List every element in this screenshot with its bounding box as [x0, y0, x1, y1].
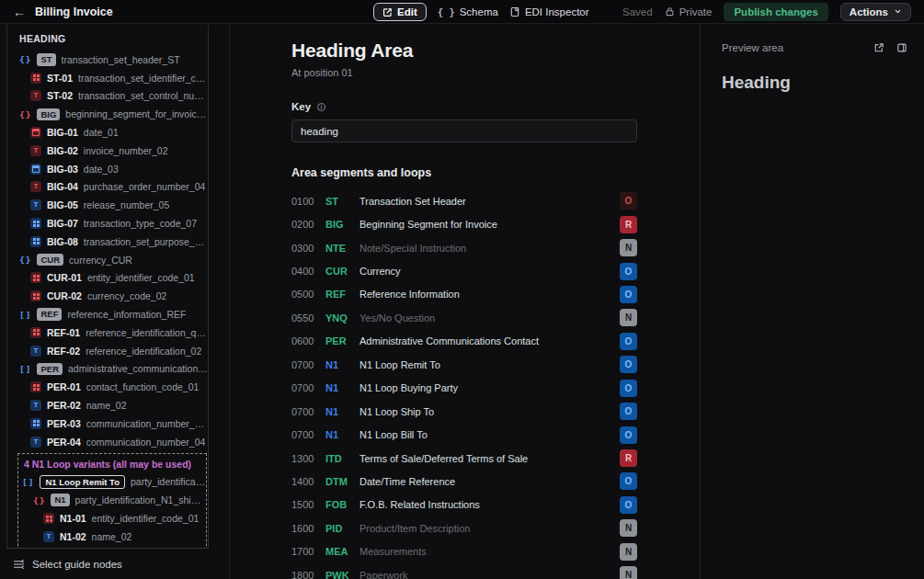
tree-node-ref-01[interactable]: REF-01reference_identification_qualifier…	[7, 324, 208, 342]
usage-badge[interactable]: O	[620, 380, 637, 397]
braces-icon: {}	[19, 109, 31, 119]
tree-node-ref-02[interactable]: TREF-02reference_identification_02	[7, 342, 208, 360]
usage-badge[interactable]: R	[620, 449, 637, 467]
tree-node-st[interactable]: {}STtransaction_set_header_ST	[7, 51, 208, 69]
node-label: transaction_set_identifier_code_01	[78, 73, 208, 84]
sidebar-footer[interactable]: Select guide nodes	[0, 549, 229, 579]
segment-row-0100-st[interactable]: 0100STTransaction Set HeaderO	[291, 189, 637, 212]
segment-row-0400-cur[interactable]: 0400CURCurrencyO	[291, 259, 637, 282]
segment-row-1500-fob[interactable]: 1500FOBF.O.B. Related InstructionsO	[291, 494, 637, 517]
tab-edi-inspector[interactable]: EDI Inspector	[509, 6, 589, 17]
tree-node-n1[interactable]: {}N1party_identification_N1_ship_to	[18, 491, 206, 509]
usage-badge[interactable]: O	[620, 333, 637, 350]
node-code: PER-02	[47, 400, 81, 411]
usage-badge[interactable]: O	[620, 426, 637, 444]
tree-node-ref[interactable]: []REFreference_information_REF	[7, 305, 208, 324]
page-title: Billing Invoice	[35, 6, 113, 18]
usage-badge[interactable]: O	[620, 286, 637, 303]
usage-badge[interactable]: N	[620, 309, 637, 326]
tree-node-st-01[interactable]: ST-01transaction_set_identifier_code_01	[7, 69, 208, 87]
segment-code: PER	[325, 335, 359, 346]
tree-node-big-01[interactable]: BIG-01date_01	[7, 123, 208, 142]
tree-node-cur-02[interactable]: CUR-02currency_code_02	[7, 287, 208, 305]
text-icon: T	[30, 145, 41, 156]
segment-title: Date/Time Reference	[359, 476, 620, 487]
tree-node-st-02[interactable]: TST-02transaction_set_control_number_02	[7, 87, 208, 106]
segment-badge: CUR	[37, 254, 63, 267]
tab-edit[interactable]: Edit	[373, 3, 427, 21]
segment-code: NTE	[325, 243, 359, 254]
usage-badge[interactable]: O	[620, 356, 637, 373]
panel-toggle-icon[interactable]	[896, 42, 907, 53]
tree-node-n1-01[interactable]: N1-01entity_identifier_code_01	[18, 509, 206, 528]
segment-row-0700-n1[interactable]: 0700N1N1 Loop Remit ToO	[291, 353, 637, 376]
segment-row-0300-nte[interactable]: 0300NTENote/Special InstructionN	[291, 236, 637, 259]
segment-row-0500-ref[interactable]: 0500REFReference InformationO	[291, 283, 637, 306]
usage-badge[interactable]: N	[620, 239, 637, 256]
usage-badge[interactable]: N	[620, 566, 637, 579]
tree-node-big-08[interactable]: BIG-08transaction_set_purpose_code_08	[7, 233, 208, 251]
segment-code: PID	[325, 523, 359, 534]
usage-badge[interactable]: O	[620, 472, 637, 490]
actions-button[interactable]: Actions	[840, 3, 911, 21]
tree-node-n1-02[interactable]: TN1-02name_02	[18, 528, 206, 546]
segment-code: N1	[325, 429, 359, 440]
segment-row-1800-pwk[interactable]: 1800PWKPaperworkN	[291, 563, 637, 579]
key-input[interactable]	[291, 119, 637, 142]
tree-node-cur[interactable]: {}CURcurrency_CUR	[7, 251, 208, 269]
tree-node-per-02[interactable]: TPER-02name_02	[7, 396, 208, 414]
segment-row-0550-ynq[interactable]: 0550YNQYes/No QuestionN	[291, 306, 637, 329]
visibility-badge[interactable]: Private	[665, 6, 713, 17]
tree-node-per[interactable]: []PERadministrative_communications_conta…	[7, 360, 208, 379]
segment-code: BIG	[325, 219, 359, 230]
back-arrow-icon[interactable]: ←	[13, 6, 26, 18]
segment-position: 0550	[291, 312, 325, 324]
usage-badge[interactable]: R	[620, 216, 637, 233]
usage-badge[interactable]: O	[620, 263, 637, 280]
node-label: reference_information_REF	[67, 309, 186, 320]
preview-heading: Heading	[722, 73, 907, 93]
tree-node-cur-01[interactable]: CUR-01entity_identifier_code_01	[7, 269, 208, 288]
grid-icon	[30, 327, 41, 338]
segment-code: MEA	[325, 546, 359, 557]
tree-node-big-02[interactable]: TBIG-02invoice_number_02	[7, 142, 208, 160]
segment-row-1300-itd[interactable]: 1300ITDTerms of Sale/Deferred Terms of S…	[291, 447, 637, 470]
tree-node-big-05[interactable]: TBIG-05release_number_05	[7, 196, 208, 214]
info-icon[interactable]	[316, 102, 326, 112]
node-code: BIG-08	[47, 236, 78, 247]
segment-row-1600-pid[interactable]: 1600PIDProduct/Item DescriptionN	[291, 517, 637, 539]
usage-badge[interactable]: N	[620, 519, 637, 537]
tree-node-per-03[interactable]: PER-03communication_number_qualifier_...	[7, 414, 208, 433]
segment-position: 1400	[291, 476, 325, 487]
tree-node-big-03[interactable]: BIG-03date_03	[7, 160, 208, 178]
tree-node-big-07[interactable]: BIG-07transaction_type_code_07	[7, 214, 208, 233]
node-label: entity_identifier_code_01	[87, 272, 195, 283]
segment-row-0200-big[interactable]: 0200BIGBeginning Segment for InvoiceR	[291, 212, 637, 235]
key-label-text: Key	[291, 101, 311, 112]
tree-node-per-01[interactable]: PER-01contact_function_code_01	[7, 378, 208, 396]
usage-badge[interactable]: O	[620, 192, 637, 210]
segment-row-0700-n1[interactable]: 0700N1N1 Loop Bill ToO	[291, 423, 637, 446]
node-code: BIG-03	[47, 164, 78, 175]
tree-node-big[interactable]: {}BIGbeginning_segment_for_invoice_BIG	[7, 105, 208, 123]
grid-icon	[30, 272, 41, 283]
segment-row-0600-per[interactable]: 0600PERAdministrative Communications Con…	[291, 330, 637, 353]
tab-schema[interactable]: { } Schema	[438, 6, 498, 17]
node-code: N1-01	[60, 513, 86, 524]
usage-badge[interactable]: O	[620, 496, 637, 514]
tree-node-big-04[interactable]: TBIG-04purchase_order_number_04	[7, 178, 208, 197]
segment-row-1400-dtm[interactable]: 1400DTMDate/Time ReferenceO	[291, 470, 637, 493]
tree-node-per-04[interactable]: TPER-04communication_number_04	[7, 433, 208, 451]
usage-badge[interactable]: O	[620, 403, 637, 420]
usage-badge[interactable]: N	[620, 543, 637, 561]
segment-row-0700-n1[interactable]: 0700N1N1 Loop Ship ToO	[291, 400, 637, 423]
segment-row-0700-n1[interactable]: 0700N1N1 Loop Buying PartyO	[291, 377, 637, 400]
publish-changes-button[interactable]: Publish changes	[724, 3, 827, 21]
tree-node-n1-loop-remit-to[interactable]: []N1 Loop Remit Toparty_identification_N…	[18, 473, 206, 492]
node-code: BIG-07	[47, 218, 78, 229]
external-link-icon[interactable]	[873, 42, 884, 53]
segment-row-1700-mea[interactable]: 1700MEAMeasurementsN	[291, 540, 637, 563]
segments-list-label: Area segments and loops	[291, 166, 700, 179]
node-code: BIG-05	[47, 199, 78, 210]
segment-title: Product/Item Description	[359, 523, 620, 534]
